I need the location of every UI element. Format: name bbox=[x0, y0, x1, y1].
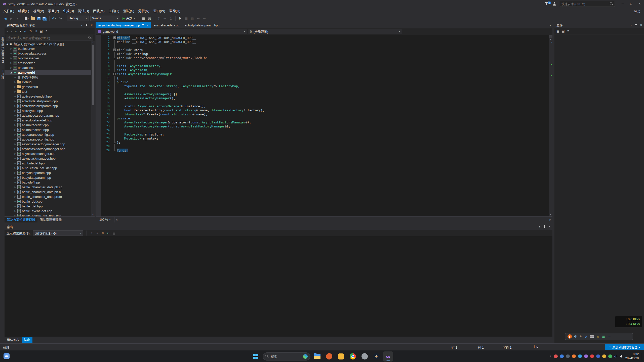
ime-mic-icon[interactable]: ⊙ bbox=[585, 335, 587, 338]
output-content[interactable] bbox=[5, 236, 552, 337]
chevron-collapsed-icon[interactable]: ▷ bbox=[14, 124, 17, 126]
tree-item[interactable]: ◢++gameworld bbox=[5, 70, 91, 75]
tree-item[interactable]: ▷hasynctaskfactorymanager.hpp bbox=[5, 147, 91, 151]
chevron-collapsed-icon[interactable]: ▷ bbox=[14, 114, 17, 117]
tree-item[interactable]: ▷hattributedef.hpp bbox=[5, 161, 91, 166]
outline-box-icon[interactable] bbox=[113, 72, 117, 76]
chevron-collapsed-icon[interactable]: ▷ bbox=[14, 162, 17, 164]
tree-item[interactable]: ▷++battle_def.cpp bbox=[5, 199, 91, 204]
editor-vertical-scrollbar[interactable]: ▲ ▼ bbox=[549, 35, 552, 216]
panel-tab[interactable]: 错误列表 bbox=[5, 337, 22, 343]
scrollbar-thumb[interactable] bbox=[92, 45, 94, 105]
tree-item[interactable]: ▷hbabydataparam.hpp bbox=[5, 175, 91, 180]
navigate-backward-icon[interactable]: ◀ bbox=[3, 15, 8, 21]
widgets-icon[interactable] bbox=[4, 353, 10, 359]
chevron-collapsed-icon[interactable]: ▷ bbox=[14, 196, 17, 198]
tree-item[interactable]: ▷++battle_event_def.cpp bbox=[5, 209, 91, 213]
chevron-collapsed-icon[interactable]: ▷ bbox=[14, 215, 17, 216]
hidden-icons-chevron[interactable]: ∧ bbox=[550, 355, 552, 358]
panel-tab[interactable]: 解决方案资源管理器 bbox=[5, 217, 37, 222]
ime-handwriting-icon[interactable]: ✎ bbox=[580, 335, 582, 338]
menu-item[interactable]: 视图(V) bbox=[31, 8, 46, 15]
scroll-down-icon[interactable]: ▼ bbox=[91, 213, 95, 216]
chevron-collapsed-icon[interactable]: ▷ bbox=[14, 110, 17, 112]
tray-icon[interactable] bbox=[566, 354, 570, 358]
visual-studio-icon[interactable]: ∞ bbox=[383, 351, 393, 361]
side-tab-toolbox[interactable]: 工具箱 bbox=[1, 69, 5, 79]
minimize-button[interactable]: ─ bbox=[618, 0, 627, 8]
step-into-icon[interactable]: ↧ bbox=[156, 15, 162, 21]
tree-item[interactable]: ▷hbabydef.hpp bbox=[5, 180, 91, 185]
member-scope-dropdown[interactable]: {} (全局范围) ▾ bbox=[248, 29, 402, 34]
feedback-icon[interactable] bbox=[553, 2, 556, 6]
pin-icon[interactable] bbox=[543, 225, 546, 228]
app-gray-icon[interactable] bbox=[359, 351, 370, 361]
menu-item[interactable]: 帮助(H) bbox=[167, 8, 182, 15]
app-orange-icon[interactable] bbox=[324, 351, 334, 361]
tree-item[interactable]: ▷++dataaccess bbox=[5, 65, 91, 70]
outline-box-icon[interactable] bbox=[113, 36, 117, 40]
chevron-collapsed-icon[interactable]: ▷ bbox=[14, 157, 17, 160]
chevron-collapsed-icon[interactable]: ▷ bbox=[10, 48, 13, 50]
tree-item[interactable]: ▷++animalracedef.cpp bbox=[5, 123, 91, 127]
sign-in-button[interactable]: 登录 bbox=[634, 9, 640, 14]
project-scope-dropdown[interactable]: gameworld ▾ bbox=[96, 29, 247, 34]
editor-tab[interactable]: animalracedef.cpp bbox=[151, 22, 182, 28]
side-tab-server-explorer[interactable]: 服务器资源管理器 bbox=[1, 37, 5, 63]
tree-item[interactable]: ▷≡battle_character_data.proto bbox=[5, 194, 91, 199]
home-icon[interactable]: ⌂ bbox=[15, 29, 17, 33]
panel-tab[interactable]: 输出 bbox=[22, 337, 32, 343]
chevron-expanded-icon[interactable]: ◢ bbox=[6, 43, 9, 45]
chrome-icon[interactable] bbox=[348, 351, 358, 361]
tray-icon[interactable] bbox=[596, 354, 600, 358]
solution-platforms-icon[interactable]: ▧ bbox=[147, 15, 152, 21]
chevron-collapsed-icon[interactable]: ▷ bbox=[14, 153, 17, 155]
toggle-word-wrap-icon[interactable]: ↵ bbox=[107, 231, 109, 235]
close-button[interactable]: × bbox=[635, 0, 644, 8]
tree-item[interactable]: ▷test bbox=[5, 89, 91, 94]
chevron-collapsed-icon[interactable]: ▷ bbox=[10, 52, 13, 55]
close-icon[interactable]: × bbox=[146, 24, 148, 27]
menu-item[interactable]: 测试(S) bbox=[121, 8, 136, 15]
chevron-collapsed-icon[interactable]: ▷ bbox=[14, 133, 17, 136]
taskbar-search-input[interactable]: 搜索 bbox=[263, 352, 310, 360]
scroll-up-icon[interactable]: ▲ bbox=[549, 38, 552, 41]
scroll-left-icon[interactable]: ◀ bbox=[114, 218, 118, 221]
chevron-collapsed-icon[interactable]: ▷ bbox=[14, 148, 17, 150]
chevron-collapsed-icon[interactable]: ▷ bbox=[14, 210, 17, 212]
tray-icon[interactable] bbox=[608, 354, 612, 358]
back-icon[interactable]: ◂ bbox=[7, 29, 8, 33]
scroll-right-icon[interactable]: ▶ bbox=[548, 218, 552, 221]
tree-item[interactable]: ▷happearanceconfig.hpp bbox=[5, 137, 91, 142]
chevron-collapsed-icon[interactable]: ▷ bbox=[14, 105, 17, 107]
speaker-icon[interactable] bbox=[620, 355, 623, 358]
document-list-dropdown-icon[interactable]: ▾ bbox=[550, 22, 551, 28]
chevron-collapsed-icon[interactable]: ▷ bbox=[14, 138, 17, 141]
chevron-collapsed-icon[interactable]: ▷ bbox=[14, 172, 17, 174]
indent-increase-icon[interactable]: ⇥ bbox=[202, 15, 207, 21]
steam-icon[interactable]: ⊙ bbox=[371, 351, 381, 361]
properties-icon[interactable]: ≡ bbox=[46, 29, 47, 33]
editor-tab[interactable]: activitydatalistparam.hpp bbox=[182, 22, 222, 28]
start-button[interactable] bbox=[251, 351, 261, 361]
outline-box-icon[interactable] bbox=[113, 48, 117, 52]
ime-more-icon[interactable]: ⋯ bbox=[608, 335, 611, 338]
go-to-next-message-icon[interactable]: ↧ bbox=[96, 231, 98, 235]
menu-item[interactable]: 工具(T) bbox=[107, 8, 122, 15]
tree-item[interactable]: ▷hactivitydatalistparam.hpp bbox=[5, 104, 91, 108]
menu-item[interactable]: 分析(N) bbox=[136, 8, 151, 15]
pin-icon[interactable] bbox=[85, 24, 88, 27]
ime-skin-icon[interactable]: ▦ bbox=[602, 335, 605, 338]
save-icon[interactable] bbox=[36, 15, 42, 21]
sync-with-active-document-icon[interactable]: ⇄ bbox=[24, 29, 26, 33]
step-out-icon[interactable]: ↥ bbox=[168, 15, 174, 21]
navigate-forward-icon[interactable]: ▶ bbox=[9, 15, 14, 21]
file-explorer-icon[interactable] bbox=[312, 351, 322, 361]
pin-icon[interactable] bbox=[142, 24, 144, 27]
output-source-dropdown[interactable]: 源代码管理 - Git ▾ bbox=[33, 230, 83, 236]
chevron-collapsed-icon[interactable]: ▷ bbox=[14, 119, 17, 121]
new-file-icon[interactable]: ▾ bbox=[24, 15, 29, 21]
ime-logo-icon[interactable]: S bbox=[568, 334, 572, 339]
save-all-icon[interactable] bbox=[42, 15, 48, 21]
panel-menu-icon[interactable]: ▾ bbox=[539, 225, 540, 228]
